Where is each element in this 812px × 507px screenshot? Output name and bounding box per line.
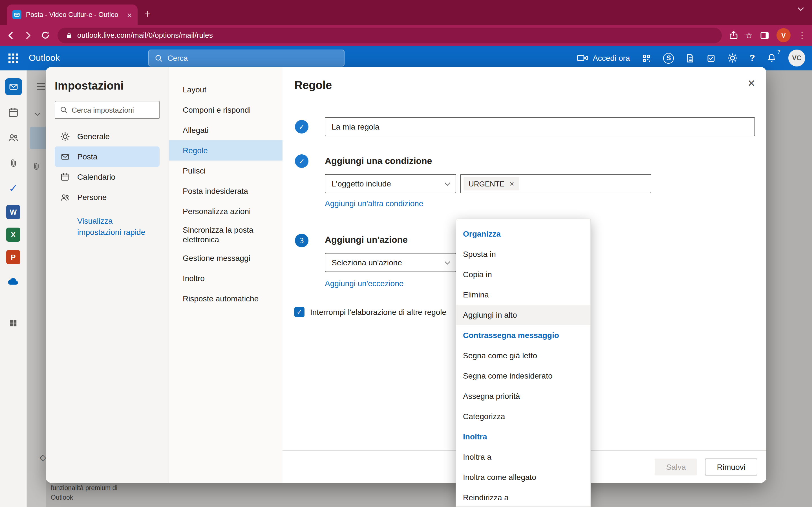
action-select-value: Seleziona un'azione (332, 258, 402, 267)
subcategory-gestione-messaggi[interactable]: Gestione messaggi (169, 248, 283, 269)
browser-tab[interactable]: Posta - Video Cultur-e - Outloo × (7, 4, 138, 25)
meet-now-button[interactable]: Accedi ora (577, 54, 630, 62)
forward-icon[interactable] (23, 30, 33, 40)
settings-dialog: Impostazioni Generale Po (46, 67, 766, 483)
todo-icon[interactable]: ✓ (5, 180, 22, 196)
menu-item-aggiungi-in-alto[interactable]: Aggiungi in alto (456, 305, 591, 325)
notifications-bell-icon[interactable]: 7 (767, 53, 776, 63)
bookmark-star-icon[interactable]: ☆ (745, 31, 753, 40)
quick-settings-link[interactable]: Visualizza impostazioni rapide (77, 215, 156, 238)
address-bar[interactable]: outlook.live.com/mail/0/options/mail/rul… (57, 27, 721, 43)
menu-item-elimina[interactable]: Elimina (456, 284, 591, 305)
people-icon[interactable] (5, 129, 22, 146)
subcategory-inoltro[interactable]: Inoltro (169, 269, 283, 289)
menu-item-segna-come-gia-letto[interactable]: Segna come già letto (456, 345, 591, 365)
help-icon[interactable]: ? (749, 53, 755, 63)
onedrive-icon[interactable] (5, 273, 22, 290)
app-launcher-icon[interactable] (8, 53, 18, 63)
lock-icon (65, 31, 73, 39)
close-icon[interactable]: × (746, 75, 757, 92)
tab-search-icon[interactable] (797, 7, 804, 11)
menu-group-header: Organizza (456, 224, 591, 244)
mail-icon[interactable] (5, 78, 22, 95)
people-icon (60, 193, 70, 202)
skype-icon[interactable]: S (663, 53, 674, 63)
category-label: Posta (77, 152, 98, 161)
settings-nav-panel: Impostazioni Generale Po (46, 67, 168, 483)
calendar-icon (60, 172, 70, 181)
rule-name-input[interactable] (325, 117, 755, 136)
settings-title: Impostazioni (55, 79, 160, 93)
menu-item-segna-come-indesiderato[interactable]: Segna come indesiderato (456, 365, 591, 386)
calendar-icon[interactable] (5, 104, 22, 121)
settings-search-input[interactable] (71, 106, 154, 114)
more-apps-icon[interactable] (5, 314, 22, 331)
document-icon[interactable] (686, 53, 695, 63)
condition-value-box[interactable]: URGENTE × (460, 174, 651, 193)
category-calendario[interactable]: Calendario (55, 167, 160, 187)
hamburger-icon (37, 83, 46, 90)
menu-group-header: Contrassegna messaggio (456, 325, 591, 345)
settings-gear-icon[interactable] (727, 53, 738, 63)
settings-search-box[interactable] (55, 101, 160, 119)
menu-item-copia-in[interactable]: Copia in (456, 264, 591, 284)
mail-subcategory-list: Layout Componi e rispondi Allegati Regol… (168, 67, 283, 483)
outlook-brand[interactable]: Outlook (29, 53, 60, 63)
menu-item-assegna-priorita[interactable]: Assegna priorità (456, 386, 591, 406)
excel-icon[interactable]: X (6, 228, 20, 242)
remove-button[interactable]: Rimuovi (705, 458, 757, 475)
subcategory-regole[interactable]: Regole (169, 140, 283, 161)
category-persone[interactable]: Persone (55, 187, 160, 207)
outlook-header: Outlook Cerca Accedi ora S (0, 46, 812, 70)
menu-item-sposta-in[interactable]: Sposta in (456, 244, 591, 264)
subcategory-layout[interactable]: Layout (169, 79, 283, 100)
subcategory-pulisci[interactable]: Pulisci (169, 161, 283, 181)
folder-pane-dimmed (27, 70, 46, 507)
share-icon[interactable] (729, 31, 738, 40)
new-tab-button[interactable]: + (144, 8, 151, 20)
subcategory-personalizza-azioni[interactable]: Personalizza azioni (169, 201, 283, 221)
add-condition-link[interactable]: Aggiungi un'altra condizione (325, 199, 423, 208)
menu-item-reindirizza-a[interactable]: Reindirizza a (456, 487, 591, 507)
powerpoint-icon[interactable]: P (6, 250, 20, 264)
subcategory-allegati[interactable]: Allegati (169, 120, 283, 140)
subcategory-sincronizza[interactable]: Sincronizza la posta elettronica (169, 221, 283, 248)
browser-chrome: Posta - Video Cultur-e - Outloo × + (0, 0, 812, 46)
condition-select[interactable]: L'oggetto include (325, 174, 456, 193)
tab-title: Posta - Video Cultur-e - Outloo (26, 11, 122, 18)
browser-menu-icon[interactable]: ⋮ (798, 31, 806, 40)
save-button[interactable]: Salva (655, 458, 697, 475)
stop-processing-checkbox[interactable]: ✓ (294, 307, 305, 317)
add-exception-link[interactable]: Aggiungi un'eccezione (325, 279, 403, 288)
attachments-icon[interactable] (5, 154, 22, 171)
account-avatar[interactable]: VC (788, 50, 805, 66)
settings-category-list: Generale Posta Calendario (55, 126, 160, 207)
menu-item-inoltra-come-allegato[interactable]: Inoltra come allegato (456, 467, 591, 487)
category-posta[interactable]: Posta (55, 147, 160, 167)
tab-close-icon[interactable]: × (127, 10, 132, 19)
subcategory-risposte-automatiche[interactable]: Risposte automatiche (169, 289, 283, 309)
premium-diamond-icon: ◇ (40, 452, 46, 462)
chip-remove-icon[interactable]: × (509, 180, 514, 187)
search-placeholder: Cerca (167, 54, 188, 62)
video-camera-icon (577, 54, 588, 62)
outlook-search-input[interactable]: Cerca (148, 50, 345, 66)
category-label: Persone (77, 193, 107, 202)
subcategory-posta-indesiderata[interactable]: Posta indesiderata (169, 181, 283, 201)
category-generale[interactable]: Generale (55, 126, 160, 147)
browser-toolbar: outlook.live.com/mail/0/options/mail/rul… (0, 25, 812, 46)
menu-item-categorizza[interactable]: Categorizza (456, 406, 591, 427)
side-panel-icon[interactable] (760, 31, 769, 40)
tab-strip: Posta - Video Cultur-e - Outloo × + (0, 0, 812, 25)
menu-item-inoltra-a[interactable]: Inoltra a (456, 447, 591, 467)
word-icon[interactable]: W (6, 205, 20, 219)
action-select[interactable]: Seleziona un'azione (325, 253, 456, 272)
premium-text: funzionalità premium di Outlook (51, 483, 135, 503)
tasks-icon[interactable] (707, 53, 716, 63)
subcategory-componi[interactable]: Componi e rispondi (169, 100, 283, 120)
qr-code-icon[interactable] (642, 53, 651, 63)
paperclip-dimmed-icon (32, 162, 41, 171)
reload-icon[interactable] (41, 31, 50, 40)
browser-profile-avatar[interactable]: V (776, 28, 791, 42)
back-icon[interactable] (6, 30, 16, 40)
